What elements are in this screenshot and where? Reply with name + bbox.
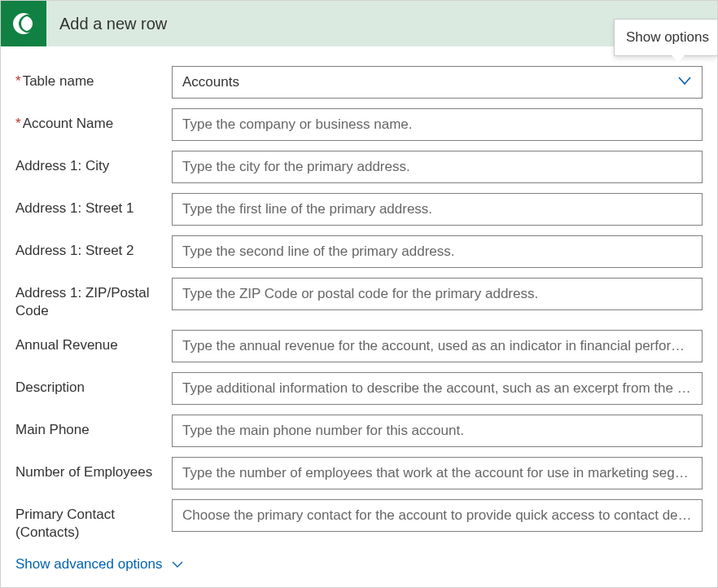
label-table-name: *Table name [15,66,172,90]
row-revenue: Annual Revenue [15,330,703,362]
page-title: Add a new row [46,15,167,33]
label-street2: Address 1: Street 2 [15,235,172,260]
label-account-name: *Account Name [15,108,172,133]
row-zip: Address 1: ZIP/Postal Code [15,278,703,320]
form-body: *Table name Accounts *Account Name Addre… [1,46,717,581]
table-name-select-wrap: Accounts [172,66,703,99]
zip-input[interactable] [172,278,703,310]
table-name-value: Accounts [182,74,239,90]
label-description: Description [15,372,172,397]
row-employees: Number of Employees [15,457,703,489]
label-phone: Main Phone [15,415,172,439]
label-city: Address 1: City [15,151,172,175]
advanced-label: Show advanced options [15,556,163,573]
label-primary-contact: Primary Contact (Contacts) [15,499,172,542]
row-phone: Main Phone [15,415,703,447]
employees-input[interactable] [172,457,703,489]
connector-icon [1,1,46,46]
street2-input[interactable] [172,235,703,268]
primary-contact-input[interactable] [172,499,703,532]
description-input[interactable] [172,372,703,405]
account-name-input[interactable] [172,108,703,141]
row-primary-contact: Primary Contact (Contacts) [15,499,703,542]
show-options-tooltip[interactable]: Show options [614,19,717,56]
header: Add a new row Show options [1,1,717,46]
city-input[interactable] [172,151,703,183]
chevron-down-icon [171,558,184,571]
show-advanced-options-link[interactable]: Show advanced options [15,551,184,573]
row-street1: Address 1: Street 1 [15,193,703,226]
label-zip: Address 1: ZIP/Postal Code [15,278,172,320]
label-revenue: Annual Revenue [15,330,172,354]
label-street1: Address 1: Street 1 [15,193,172,217]
row-city: Address 1: City [15,151,703,183]
label-employees: Number of Employees [15,457,172,481]
row-description: Description [15,372,703,405]
street1-input[interactable] [172,193,703,226]
row-street2: Address 1: Street 2 [15,235,703,268]
phone-input[interactable] [172,415,703,447]
row-account-name: *Account Name [15,108,703,141]
row-table-name: *Table name Accounts [15,66,703,99]
table-name-select[interactable]: Accounts [172,66,703,99]
revenue-input[interactable] [172,330,703,362]
